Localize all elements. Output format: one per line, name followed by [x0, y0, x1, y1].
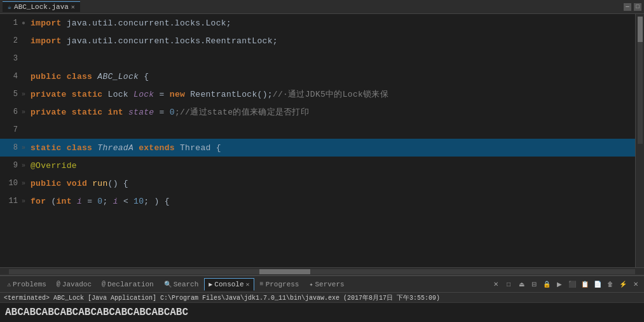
code-line: 2import java.util.concurrent.locks.Reent… [0, 32, 635, 50]
code-line: 9» @Override [0, 157, 635, 174]
code-line: 10» public void run() { [0, 174, 635, 192]
minimize-console-button[interactable]: □ [503, 279, 514, 290]
panel-tab-javadoc[interactable]: @Javadoc [52, 278, 96, 291]
javadoc-tab-label: Javadoc [62, 281, 92, 288]
fold-icon[interactable]: » [22, 144, 31, 151]
pin-console-button[interactable]: ⏏ [516, 279, 527, 290]
console-tab-close[interactable]: ✕ [246, 281, 250, 288]
h-scroll-track[interactable] [9, 269, 635, 274]
declaration-tab-label: Declaration [107, 281, 154, 288]
code-text: static class ThreadA extends Thread { [31, 143, 221, 153]
fold-icon[interactable]: » [22, 180, 31, 187]
editor-area: 1●import java.util.concurrent.locks.Lock… [0, 14, 644, 267]
paste-button[interactable]: 📄 [592, 279, 603, 290]
fold-icon[interactable]: » [22, 109, 31, 116]
stop-button[interactable]: ⬛ [566, 279, 578, 290]
code-text: public void run() { [31, 179, 128, 188]
editor-tab[interactable]: ☕ ABC_Lock.java ✕ [3, 1, 80, 12]
console-tab-label: Console [214, 281, 243, 288]
line-number: 10 [3, 179, 18, 188]
vertical-scrollbar[interactable] [635, 14, 644, 267]
run-button[interactable]: ▶ [554, 279, 565, 290]
panel-tab-bar: ⚠Problems@Javadoc@Declaration🔍Search▶Con… [0, 276, 644, 293]
code-lines: 1●import java.util.concurrent.locks.Lock… [0, 14, 635, 267]
fold-icon[interactable]: » [22, 91, 31, 98]
panel-toolbar: ✕□⏏⊟🔒▶⬛📋📄🗑⚡✕ [490, 279, 641, 290]
scroll-thumb[interactable] [638, 17, 643, 42]
code-line: 11» for (int i = 0; i < 10; ) { [0, 192, 635, 210]
h-scroll-thumb[interactable] [259, 269, 310, 274]
line-number: 9 [3, 161, 18, 170]
servers-tab-icon: ✦ [309, 281, 313, 288]
code-text: private static int state = 0;//通过state的值… [31, 106, 309, 118]
code-text: public class ABC_Lock { [31, 72, 149, 81]
fold-icon[interactable]: » [22, 162, 31, 169]
servers-tab-label: Servers [315, 281, 344, 288]
search-tab-label: Search [174, 281, 199, 288]
code-line: 3 [0, 50, 635, 67]
line-number: 7 [3, 125, 18, 134]
panel-tab-console[interactable]: ▶Console✕ [204, 278, 254, 291]
problems-tab-icon: ⚠ [7, 281, 11, 288]
code-text: @Override [31, 161, 77, 171]
code-line: 6» private static int state = 0;//通过stat… [0, 103, 635, 121]
line-number: 8 [3, 143, 18, 152]
maximize-button[interactable]: □ [634, 3, 641, 11]
console-output: ABCABCABCABCABCABCABCABCABCABC [0, 303, 644, 322]
sync-button[interactable]: ⊟ [528, 279, 540, 290]
line-number: 1 [3, 18, 18, 27]
close-button[interactable]: ✕ [630, 279, 641, 290]
code-text: import java.util.concurrent.locks.Reentr… [31, 36, 278, 46]
tab-label: ABC_Lock.java [14, 3, 69, 11]
tab-close-button[interactable]: ✕ [71, 3, 75, 11]
console-tab-icon: ▶ [209, 281, 212, 288]
problems-tab-label: Problems [13, 281, 46, 288]
code-text: import java.util.concurrent.locks.Lock; [31, 18, 231, 28]
console-text: ABCABCABCABCABCABCABCABCABCABC [5, 307, 188, 318]
panel-tab-problems[interactable]: ⚠Problems [3, 278, 51, 291]
window-controls: — □ [624, 3, 641, 11]
code-line: 7 [0, 121, 635, 139]
close-console-button[interactable]: ✕ [490, 279, 502, 290]
code-editor[interactable]: 1●import java.util.concurrent.locks.Lock… [0, 14, 635, 267]
code-line: 4public class ABC_Lock { [0, 67, 635, 85]
code-text: for (int i = 0; i < 10; ) { [31, 197, 170, 206]
panel-tab-declaration[interactable]: @Declaration [97, 278, 158, 291]
line-number: 2 [3, 36, 18, 45]
code-text: private static Lock Lock = new Reentrant… [31, 88, 388, 100]
bottom-panel: ⚠Problems@Javadoc@Declaration🔍Search▶Con… [0, 275, 644, 322]
link-button[interactable]: ⚡ [617, 279, 629, 290]
javadoc-tab-icon: @ [57, 281, 60, 288]
progress-tab-label: Progress [266, 281, 299, 288]
console-status: <terminated> ABC_Lock [Java Application]… [0, 293, 644, 303]
copy-button[interactable]: 📋 [579, 279, 591, 290]
lock-button[interactable]: 🔒 [541, 279, 552, 290]
search-tab-icon: 🔍 [164, 281, 172, 288]
title-bar: ☕ ABC_Lock.java ✕ — □ [0, 0, 644, 14]
horizontal-scrollbar[interactable] [0, 267, 644, 275]
clear-button[interactable]: 🗑 [605, 279, 616, 290]
minimize-button[interactable]: — [624, 3, 631, 11]
line-number: 4 [3, 72, 18, 81]
line-number: 6 [3, 108, 18, 116]
line-number: 3 [3, 54, 18, 63]
panel-tab-search[interactable]: 🔍Search [160, 278, 203, 291]
panel-tab-servers[interactable]: ✦Servers [305, 278, 348, 291]
line-number: 11 [3, 197, 18, 206]
code-line: 1●import java.util.concurrent.locks.Lock… [0, 14, 635, 32]
code-line: 8» static class ThreadA extends Thread { [0, 139, 635, 157]
panel-tab-progress[interactable]: ≡Progress [256, 278, 304, 291]
declaration-tab-icon: @ [102, 281, 106, 288]
line-number: 5 [3, 90, 18, 99]
progress-tab-icon: ≡ [260, 281, 264, 288]
fold-icon[interactable]: ● [22, 20, 31, 27]
scroll-track[interactable] [638, 17, 643, 144]
fold-icon[interactable]: » [22, 198, 31, 205]
code-line: 5» private static Lock Lock = new Reentr… [0, 85, 635, 103]
status-text: <terminated> ABC_Lock [Java Application]… [4, 295, 440, 302]
java-file-icon: ☕ [8, 3, 11, 11]
